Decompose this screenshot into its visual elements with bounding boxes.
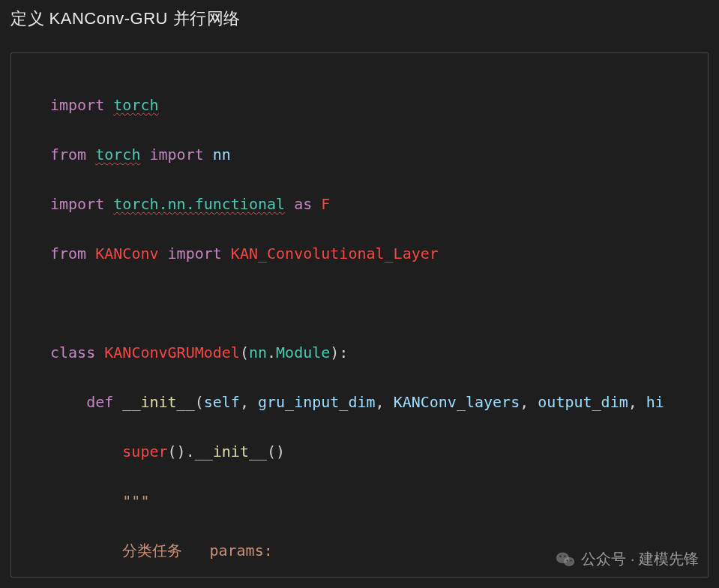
svg-point-5 xyxy=(571,560,572,561)
watermark-text: 公众号 · 建模先锋 xyxy=(581,549,699,569)
code-line: class KANConvGRUModel(nn.Module): xyxy=(50,340,708,365)
svg-point-1 xyxy=(564,556,574,566)
code-line xyxy=(50,291,708,316)
code-block: import torch from torch import nn import… xyxy=(11,68,708,578)
code-line: from torch import nn xyxy=(50,142,708,167)
code-line: import torch.nn.functional as F xyxy=(50,192,708,217)
code-line: import torch xyxy=(50,93,708,118)
page-title: 定义 KANConv-GRU 并行网络 xyxy=(0,0,719,34)
code-line: super().__init__() xyxy=(50,440,708,464)
svg-point-3 xyxy=(564,555,565,556)
code-line: from KANConv import KAN_Convolutional_La… xyxy=(50,242,708,266)
code-line: """ xyxy=(50,489,708,514)
svg-point-4 xyxy=(567,560,568,561)
watermark: 公众号 · 建模先锋 xyxy=(556,549,699,569)
svg-point-2 xyxy=(560,555,562,556)
wechat-icon xyxy=(556,551,575,568)
code-editor: import torch from torch import nn import… xyxy=(10,52,709,578)
code-line: def __init__(self, gru_input_dim, KANCon… xyxy=(50,390,708,415)
